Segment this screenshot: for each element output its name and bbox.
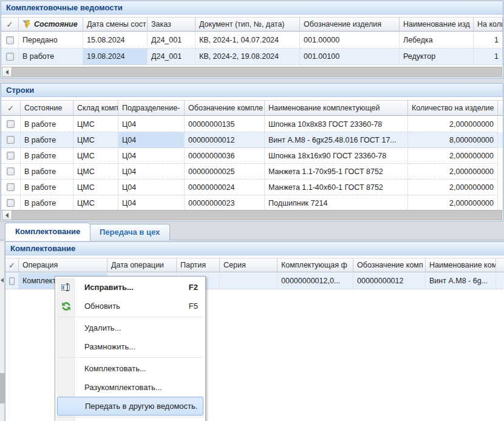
table-cell[interactable]: Ц04 bbox=[118, 132, 185, 148]
row-checkbox[interactable] bbox=[7, 183, 15, 191]
column-header[interactable]: На колич bbox=[474, 18, 503, 31]
column-header[interactable]: Дата смены сост bbox=[83, 18, 148, 31]
column-header[interactable]: Склад комп bbox=[73, 101, 118, 115]
select-all-column-header[interactable]: ✓ bbox=[5, 258, 19, 272]
table-cell[interactable]: 19.08.2024 bbox=[83, 49, 148, 65]
table-cell[interactable]: Лебедка bbox=[400, 32, 474, 49]
column-header[interactable]: Наименование изд bbox=[400, 18, 474, 31]
table-row[interactable]: В работеЦМСЦ0400000000025Манжета 1.1-70х… bbox=[1, 164, 503, 180]
table-cell[interactable]: КВ, 2024-1, 04.07.2024 bbox=[196, 32, 300, 49]
row-checkbox[interactable] bbox=[9, 277, 15, 285]
column-header[interactable]: Обозначение изделия bbox=[300, 18, 400, 31]
table-cell[interactable]: 2,000000000 bbox=[408, 148, 498, 164]
menu-item-unpick[interactable]: Разукомплектовать... bbox=[56, 378, 204, 397]
table-cell[interactable]: Винт А.М8 - 6gх25.48.016 ГОСТ 17... bbox=[265, 132, 408, 148]
table-cell[interactable]: В работе bbox=[21, 116, 73, 132]
table-cell[interactable]: Д24_001 bbox=[148, 49, 196, 65]
row-checkbox[interactable] bbox=[7, 136, 15, 144]
table-cell[interactable]: В работе bbox=[21, 132, 73, 148]
row-checkbox[interactable] bbox=[6, 53, 14, 61]
table-cell[interactable]: В работе bbox=[21, 148, 73, 164]
table-cell[interactable]: В работе bbox=[21, 195, 73, 211]
row-checkbox[interactable] bbox=[7, 120, 15, 128]
table-cell[interactable]: Винт А.М8 - 6g... bbox=[426, 273, 496, 289]
table-cell[interactable]: В работе bbox=[19, 49, 83, 65]
row-checkbox-cell[interactable] bbox=[1, 180, 21, 195]
scrollbar-thumb[interactable] bbox=[12, 67, 502, 77]
scroll-left-button[interactable] bbox=[2, 67, 12, 77]
table-cell[interactable]: 00000000012 bbox=[185, 132, 265, 148]
scrollbar-thumb[interactable] bbox=[12, 210, 502, 220]
table-row[interactable]: В работеЦМСЦ0400000000023Подшипник 72142… bbox=[1, 195, 503, 211]
table-cell[interactable]: 2,000000000 bbox=[408, 164, 498, 180]
column-header[interactable] bbox=[496, 258, 504, 272]
column-header[interactable]: Партия bbox=[177, 258, 220, 272]
scroll-left-button[interactable] bbox=[2, 210, 12, 220]
row-checkbox-cell[interactable] bbox=[1, 132, 21, 148]
table-cell[interactable]: ЦМС bbox=[73, 180, 118, 195]
table-cell[interactable]: 2,000000000 bbox=[408, 180, 498, 195]
table-row[interactable]: В работеЦМСЦ0400000000024Манжета 1.1-40х… bbox=[1, 180, 503, 195]
menu-item-transfer-to-other-list[interactable]: Передать в другую ведомость... bbox=[57, 397, 203, 416]
table-cell[interactable]: ЦМС bbox=[73, 164, 118, 180]
column-header[interactable]: Операция bbox=[19, 258, 107, 272]
splitter-strip[interactable] bbox=[0, 241, 5, 421]
table-cell[interactable]: Передано bbox=[19, 32, 83, 49]
table-cell[interactable]: Шпонка 10х8х83 ГОСТ 23360-78 bbox=[265, 116, 408, 132]
table-cell[interactable]: 2,000000000 bbox=[408, 195, 498, 211]
menu-item-delete[interactable]: Удалить... bbox=[56, 318, 204, 337]
tab-peredacha-v-ceh[interactable]: Передача в цех bbox=[89, 224, 170, 240]
table-cell[interactable]: ЦМС bbox=[73, 148, 118, 164]
column-header[interactable]: Серия bbox=[220, 258, 278, 272]
row-checkbox-cell[interactable] bbox=[1, 32, 19, 49]
table-cell[interactable]: Манжета 1.1-40х60-1 ГОСТ 8752 bbox=[265, 180, 408, 195]
column-header[interactable]: Состояние bbox=[19, 18, 83, 31]
column-header[interactable]: Наименование комплектующей bbox=[265, 101, 408, 115]
select-all-column-header[interactable]: ✓ bbox=[1, 18, 19, 31]
menu-item-refresh[interactable]: ОбновитьF5 bbox=[56, 297, 204, 315]
row-checkbox[interactable] bbox=[7, 167, 15, 175]
table-cell[interactable]: В работе bbox=[21, 164, 73, 180]
table-cell[interactable]: Шпонка 18х16х90 ГОСТ 23360-78 bbox=[265, 148, 408, 164]
column-header[interactable]: Обозначение компле bbox=[185, 101, 265, 115]
table-cell[interactable]: Ц04 bbox=[118, 195, 185, 211]
table-cell[interactable]: 00000000024 bbox=[185, 180, 265, 195]
table-cell[interactable] bbox=[496, 273, 504, 289]
column-header[interactable]: Комплектующая ф bbox=[278, 258, 353, 272]
row-checkbox-cell[interactable] bbox=[1, 164, 21, 180]
table-cell[interactable]: Ц04 bbox=[118, 116, 185, 132]
table-cell[interactable]: ЦМС bbox=[73, 132, 118, 148]
column-header[interactable]: Наименование ком bbox=[426, 258, 496, 272]
table-row[interactable]: Передано15.08.2024Д24_001КВ, 2024-1, 04.… bbox=[1, 32, 503, 49]
row-checkbox-cell[interactable] bbox=[1, 49, 19, 65]
table-cell[interactable]: В работе bbox=[21, 180, 73, 195]
table-cell[interactable]: Ц04 bbox=[118, 148, 185, 164]
splitter-scroll-thumb[interactable] bbox=[0, 373, 5, 403]
tab-komplektovanie[interactable]: Комплектование bbox=[5, 223, 90, 241]
menu-item-pick[interactable]: Комплектовать... bbox=[56, 359, 204, 378]
column-header[interactable]: Дата операции bbox=[107, 258, 177, 272]
splitter-collapse-icon[interactable] bbox=[1, 278, 4, 283]
table-cell[interactable]: КВ, 2024-2, 19.08.2024 bbox=[196, 49, 300, 65]
column-header[interactable]: Заказ bbox=[148, 18, 196, 31]
table-cell[interactable]: ЦМС bbox=[73, 195, 118, 211]
table-cell[interactable]: 00000000135 bbox=[185, 116, 265, 132]
column-header[interactable]: Подразделение- bbox=[118, 101, 185, 115]
table-cell[interactable]: Ц04 bbox=[118, 164, 185, 180]
table-cell[interactable]: 15.08.2024 bbox=[83, 32, 148, 49]
row-checkbox[interactable] bbox=[6, 36, 14, 44]
table-row[interactable]: В работеЦМСЦ0400000000012Винт А.М8 - 6gх… bbox=[1, 132, 503, 148]
menu-item-edit[interactable]: Исправить...F2 bbox=[56, 278, 204, 297]
table-cell[interactable]: Подшипник 7214 bbox=[265, 195, 408, 211]
menu-item-duplicate[interactable]: Размножить... bbox=[56, 337, 204, 356]
row-checkbox[interactable] bbox=[7, 152, 15, 160]
table-cell[interactable]: ЦМС bbox=[73, 116, 118, 132]
table-row[interactable]: В работеЦМСЦ0400000000036Шпонка 18х16х90… bbox=[1, 148, 503, 164]
table-cell[interactable]: 00000000012 bbox=[353, 273, 426, 289]
select-all-column-header[interactable]: ✓ bbox=[1, 101, 21, 115]
table-cell[interactable]: 1 bbox=[474, 32, 503, 49]
table-cell[interactable]: 2,000000000 bbox=[408, 116, 498, 132]
table-cell[interactable]: Д24_001 bbox=[148, 32, 196, 49]
row-checkbox-cell[interactable] bbox=[1, 195, 21, 211]
table-cell[interactable] bbox=[220, 273, 278, 289]
